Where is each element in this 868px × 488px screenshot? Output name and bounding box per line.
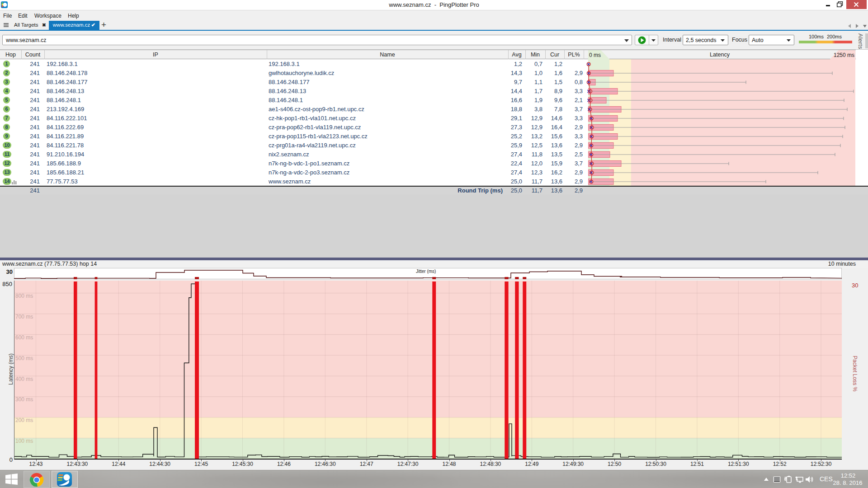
svg-text:400 ms: 400 ms: [15, 376, 33, 382]
svg-text:300 ms: 300 ms: [15, 396, 33, 403]
svg-text:Jitter (ms): Jitter (ms): [416, 269, 436, 274]
svg-text:200 ms: 200 ms: [15, 417, 33, 423]
svg-text:800 ms: 800 ms: [15, 293, 33, 299]
svg-text:500 ms: 500 ms: [15, 355, 33, 361]
svg-text:600 ms: 600 ms: [15, 334, 33, 341]
svg-text:100 ms: 100 ms: [15, 438, 33, 444]
svg-text:700 ms: 700 ms: [15, 314, 33, 320]
